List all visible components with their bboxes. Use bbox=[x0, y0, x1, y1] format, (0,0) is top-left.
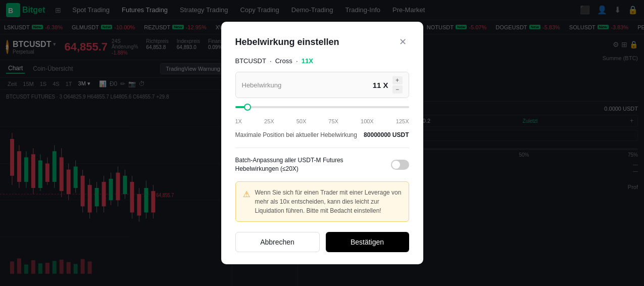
max-position-value: 80000000 USDT bbox=[364, 131, 409, 138]
cancel-button[interactable]: Abbrechen bbox=[235, 232, 320, 252]
slider-label-75x: 75X bbox=[328, 118, 338, 124]
leverage-input-value: 11 X bbox=[373, 81, 388, 89]
modal-leverage: 11X bbox=[302, 57, 313, 65]
warning-text: Wenn Sie sich für einen Trader mit einer… bbox=[255, 188, 402, 215]
leverage-decrement-button[interactable]: − bbox=[392, 85, 403, 93]
modal-footer: Abbrechen Bestätigen bbox=[235, 232, 409, 252]
batch-toggle-row: Batch-Anpassung aller USDT-M Futures Heb… bbox=[235, 156, 409, 173]
toggle-thumb bbox=[392, 161, 400, 169]
leverage-steppers: + − bbox=[392, 76, 403, 93]
warning-box: ⚠ Wenn Sie sich für einen Trader mit ein… bbox=[235, 181, 409, 222]
leverage-input-label: Hebelwirkung bbox=[242, 81, 373, 89]
batch-label: Batch-Anpassung aller USDT-M Futures Heb… bbox=[235, 156, 387, 173]
batch-toggle[interactable] bbox=[391, 160, 409, 170]
max-position-label: Maximale Position bei aktueller Hebelwir… bbox=[235, 131, 357, 138]
leverage-increment-button[interactable]: + bbox=[392, 76, 403, 84]
modal-overlay[interactable]: Hebelwirkung einstellen ✕ BTCUSDT · Cros… bbox=[0, 0, 644, 286]
slider-thumb[interactable] bbox=[244, 104, 251, 111]
modal-mode: Cross bbox=[275, 57, 292, 65]
slider-label-1x: 1X bbox=[235, 118, 242, 124]
warning-icon: ⚠ bbox=[243, 188, 250, 215]
leverage-input-row: Hebelwirkung 11 X + − bbox=[235, 72, 409, 98]
slider-label-100x: 100X bbox=[361, 118, 374, 124]
slider-labels: 1X 25X 50X 75X 100X 125X bbox=[235, 118, 409, 124]
modal-symbol: BTCUSDT bbox=[235, 57, 266, 65]
modal-header: Hebelwirkung einstellen ✕ bbox=[235, 36, 409, 48]
slider-label-25x: 25X bbox=[264, 118, 274, 124]
leverage-slider-container: 1X 25X 50X 75X 100X 125X bbox=[235, 106, 409, 124]
slider-label-50x: 50X bbox=[296, 118, 307, 124]
slider-label-125x: 125X bbox=[396, 118, 409, 124]
confirm-button[interactable]: Bestätigen bbox=[326, 232, 409, 252]
leverage-slider-track[interactable] bbox=[235, 106, 409, 108]
divider bbox=[235, 148, 409, 148]
modal-subtitle: BTCUSDT · Cross · 11X bbox=[235, 57, 409, 65]
max-position-row: Maximale Position bei aktueller Hebelwir… bbox=[235, 131, 409, 138]
modal-close-button[interactable]: ✕ bbox=[397, 36, 409, 48]
leverage-modal: Hebelwirkung einstellen ✕ BTCUSDT · Cros… bbox=[221, 22, 423, 264]
modal-title: Hebelwirkung einstellen bbox=[235, 37, 339, 47]
